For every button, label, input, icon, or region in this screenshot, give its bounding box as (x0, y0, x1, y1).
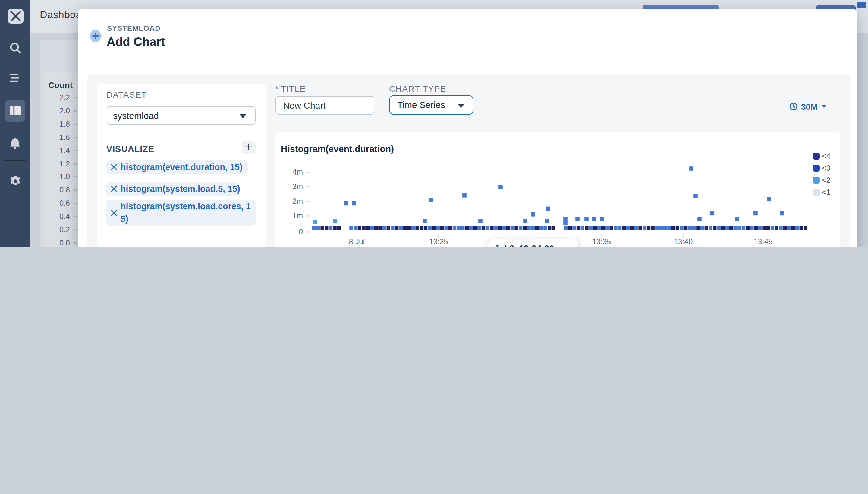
svg-text:3m: 3m (292, 182, 302, 190)
svg-text:4m: 4m (292, 167, 302, 176)
svg-text:<3: <3 (822, 164, 830, 172)
svg-text:13:25: 13:25 (429, 237, 448, 246)
svg-text:13:45: 13:45 (753, 237, 772, 246)
svg-text:0: 0 (298, 227, 302, 235)
svg-text:1m: 1m (292, 211, 302, 220)
svg-text:<4: <4 (822, 151, 830, 160)
svg-text:13:40: 13:40 (674, 237, 693, 246)
svg-text:<2: <2 (822, 175, 830, 184)
svg-text:13:35: 13:35 (592, 237, 611, 246)
svg-text:2m: 2m (292, 197, 302, 205)
svg-text:<1: <1 (822, 188, 830, 196)
svg-text:8 Jul: 8 Jul (349, 237, 365, 246)
